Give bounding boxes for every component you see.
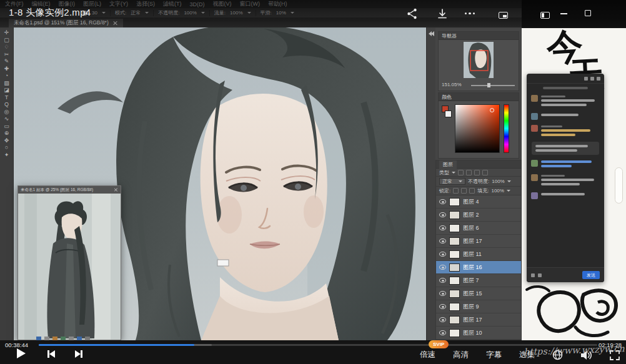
avatar xyxy=(531,192,538,199)
layer-name: 图层 6 xyxy=(463,224,479,232)
pin-icon xyxy=(584,77,588,81)
dropdown-caret-icon xyxy=(507,190,510,192)
subtitle-button[interactable]: 字幕 xyxy=(486,350,502,360)
photoshop-app: 文件(F)编辑(E)图像(I)图层(L)文字(Y)选择(S)滤镜(T)3D(D)… xyxy=(0,0,522,340)
layer-thumbnail xyxy=(449,316,460,324)
layer-visibility-eye-icon xyxy=(439,330,446,335)
avatar xyxy=(531,174,538,181)
navigator-zoom-slider xyxy=(471,85,515,86)
hue-strip xyxy=(504,104,509,153)
video-player-window: 文件(F)编辑(E)图像(I)图层(L)文字(Y)选择(S)滤镜(T)3D(D)… xyxy=(0,0,626,364)
layer-name: 图层 2 xyxy=(463,211,479,219)
chat-header xyxy=(527,74,604,84)
minimize-button[interactable] xyxy=(560,13,567,14)
attachment-icon xyxy=(538,273,542,277)
chat-system-line xyxy=(543,87,588,89)
chat-input-bar: 发送 xyxy=(527,267,604,282)
close-window-icon xyxy=(114,188,117,192)
collapse-panels-icon xyxy=(431,31,434,36)
layer-name: 图层 4 xyxy=(463,198,479,206)
previous-button[interactable] xyxy=(47,350,55,358)
layer-thumbnail xyxy=(449,198,460,206)
layer-row: 图层 15 xyxy=(436,287,521,300)
layer-visibility-eye-icon xyxy=(439,291,446,296)
navigator-zoom-value: 151.05% xyxy=(442,82,462,87)
next-button[interactable] xyxy=(75,350,82,358)
ps-tool-icon: ✥ xyxy=(4,138,9,144)
ps-tool-icon: Q xyxy=(4,102,9,107)
avatar xyxy=(531,125,538,132)
navigator-tab: 导航器 xyxy=(442,32,457,39)
speed-button[interactable]: 倍速 xyxy=(420,350,435,360)
layer-thumbnail xyxy=(449,224,460,232)
float-window-title: 未命名1 副本 @ 25% (图层 16, RGB/8#) xyxy=(21,187,111,193)
layer-name: 图层 17 xyxy=(463,316,482,324)
ps-tool-icon: ▨ xyxy=(4,81,9,86)
layer-thumbnail xyxy=(449,329,460,337)
more-icon xyxy=(469,12,470,14)
color-tab: 颜色 xyxy=(442,94,452,101)
layer-visibility-eye-icon xyxy=(439,265,446,270)
next-icon xyxy=(75,350,81,358)
fill-value: 100% xyxy=(491,188,504,194)
filter-adjustment-icon xyxy=(466,170,472,175)
layer-name: 图层 9 xyxy=(463,303,479,311)
next-icon xyxy=(81,350,82,358)
filter-pixel-icon xyxy=(458,170,464,175)
avatar xyxy=(531,160,538,167)
layer-name: 图层 11 xyxy=(463,250,482,258)
dock-sidebar-button[interactable] xyxy=(540,12,550,19)
chat-message xyxy=(527,172,604,190)
lock-label: 锁定: xyxy=(439,187,450,194)
chat-window: 发送 xyxy=(527,74,604,282)
layers-panel: 图层 类型 正常 不透明度: 100% 锁定: xyxy=(435,160,522,340)
filter-shape-icon xyxy=(482,170,488,175)
reference-float-window: 未命名1 副本 @ 25% (图层 16, RGB/8#) xyxy=(17,185,121,340)
progress-bar[interactable] xyxy=(39,344,597,346)
ps-tool-icon: ⊕ xyxy=(4,130,9,136)
layer-thumbnail xyxy=(449,211,460,219)
layer-row: 图层 7 xyxy=(436,274,521,287)
share-button[interactable] xyxy=(406,7,419,22)
ps-tool-icon: ◔ xyxy=(5,73,8,79)
layer-row: 图层 10 xyxy=(436,327,521,340)
ps-tool-icon: ✦ xyxy=(4,152,9,158)
reference-artwork xyxy=(18,194,121,340)
chat-announcement xyxy=(532,142,599,155)
download-icon xyxy=(436,7,449,20)
layer-name: 图层 16 xyxy=(463,263,482,272)
ps-tool-icon: T xyxy=(5,95,9,101)
ps-tool-icon: ✚ xyxy=(4,66,9,72)
layers-filter-row: 类型 xyxy=(436,169,521,177)
chat-settings-icon xyxy=(597,77,600,81)
pip-button[interactable] xyxy=(499,12,508,19)
lock-transparent-icon xyxy=(453,188,459,194)
navigator-thumbnail xyxy=(464,42,494,78)
ps-tool-icon: ✎ xyxy=(4,59,9,64)
filter-type-icon xyxy=(474,170,480,175)
ps-tool-icon: ◪ xyxy=(4,87,9,93)
color-panel: 颜色 xyxy=(438,92,519,159)
maximize-button[interactable] xyxy=(585,10,591,16)
video-surface[interactable]: 文件(F)编辑(E)图像(I)图层(L)文字(Y)选择(S)滤镜(T)3D(D)… xyxy=(0,0,626,340)
layer-thumbnail xyxy=(449,263,460,272)
layers-opacity-label: 不透明度: xyxy=(468,178,489,185)
ps-tool-icon: ✂ xyxy=(4,52,9,57)
layer-row: 图层 4 xyxy=(436,195,521,209)
layer-row: 图层 16 xyxy=(436,261,521,274)
layers-tab: 图层 xyxy=(439,160,457,169)
chat-message xyxy=(527,157,604,172)
more-button[interactable] xyxy=(465,12,475,14)
lock-row: 锁定: 填充: 100% xyxy=(436,187,521,195)
more-icon xyxy=(473,12,475,14)
quality-button[interactable]: 高清 xyxy=(453,350,469,360)
minimize-chat-icon xyxy=(590,77,594,81)
avatar xyxy=(531,95,538,102)
layer-visibility-eye-icon xyxy=(439,252,446,257)
chat-message xyxy=(527,122,604,140)
ps-tool-icon: ○ xyxy=(5,145,8,150)
play-button[interactable] xyxy=(17,348,26,358)
layer-thumbnail xyxy=(449,303,460,311)
panel-collapse-strip xyxy=(426,27,435,340)
download-button[interactable] xyxy=(436,7,449,22)
